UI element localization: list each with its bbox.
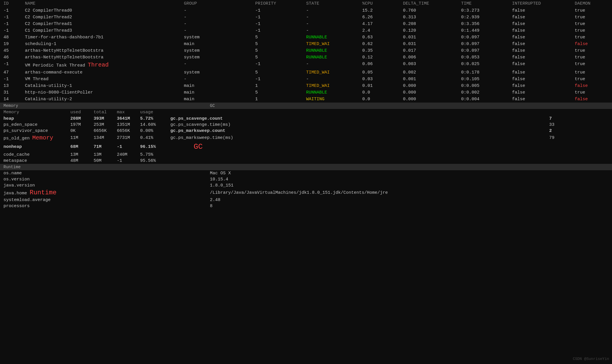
thread-priority: -1 xyxy=(252,14,303,21)
gc-name-cell: gc.ps_marksweep.count xyxy=(167,128,546,134)
memory-name: metaspace xyxy=(3,158,27,163)
thread-id: -1 xyxy=(0,21,22,27)
watermark: CSDN @SunriseYin xyxy=(573,357,609,361)
thread-id: 14 xyxy=(0,96,22,103)
gc-val-cell: 79 xyxy=(546,134,612,142)
gc-spacer-cell xyxy=(160,142,167,152)
memory-gc-header: Memory used total max usage xyxy=(0,109,612,116)
mem-col-memory: Memory xyxy=(0,109,67,116)
memory-gc-row: metaspace 48M 50M -1 95.56% xyxy=(0,158,612,164)
thread-interrupted: false xyxy=(508,34,571,41)
runtime-key: os.version xyxy=(0,176,206,182)
thread-time: 0:0.097 xyxy=(458,47,508,54)
memory-section-label: Memory xyxy=(0,103,206,109)
thread-cpu: 0.12 xyxy=(359,54,399,61)
thread-state: RUNNABLE xyxy=(303,34,359,41)
gc-value: 2 xyxy=(549,128,552,133)
thread-daemon: true xyxy=(571,54,612,61)
thread-cpu: 0.0 xyxy=(359,89,399,96)
thread-priority: 5 xyxy=(252,69,303,76)
thread-cpu: 6.26 xyxy=(359,14,399,21)
gc-spacer-cell xyxy=(160,152,167,158)
thread-daemon: true xyxy=(571,7,612,14)
memory-name: ps_eden_space xyxy=(3,122,38,127)
thread-name: scheduling-1 xyxy=(22,41,181,47)
thread-time: 0:0.097 xyxy=(458,41,508,47)
thread-name: C2 CompilerThread1 xyxy=(22,21,181,27)
thread-group: - xyxy=(181,61,252,69)
thread-name: arthas-command-execute xyxy=(22,69,181,76)
thread-group: - xyxy=(181,27,252,34)
thread-row: 31 http-nio-8080-ClientPoller main 5 RUN… xyxy=(0,89,612,96)
thread-time: 0:2.939 xyxy=(458,14,508,21)
runtime-value: /Library/Java/JavaVirtualMachines/jdk1.8… xyxy=(206,189,612,197)
thread-interrupted: false xyxy=(508,27,571,34)
mem-max-cell: 240M xyxy=(113,152,137,158)
thread-state: - xyxy=(303,27,359,34)
thread-time: 0:3.273 xyxy=(458,7,508,14)
thread-state: WAITING xyxy=(303,96,359,103)
mem-max-cell: 3641M xyxy=(113,116,137,122)
thread-time: 0:0.002 xyxy=(458,89,508,96)
runtime-row: systemload.average 2.48 xyxy=(0,197,612,203)
thread-priority: 1 xyxy=(252,96,303,103)
mem-total-cell: 6656K xyxy=(90,128,113,134)
runtime-value: 10.15.4 xyxy=(206,176,612,182)
thread-delta: 0.120 xyxy=(399,27,458,34)
runtime-value: 8 xyxy=(206,203,612,209)
runtime-value: 1.8.0_151 xyxy=(206,182,612,189)
gc-val-cell: 2 xyxy=(546,128,612,134)
thread-state: - xyxy=(303,7,359,14)
col-header-group: GROUP xyxy=(181,0,252,7)
runtime-section-label: Runtime xyxy=(0,164,612,170)
mem-used-cell: 13M xyxy=(67,152,90,158)
thread-id: 45 xyxy=(0,47,22,54)
thread-state: TIMED_WAI xyxy=(303,83,359,89)
thread-id: -1 xyxy=(0,14,22,21)
thread-id: 47 xyxy=(0,69,22,76)
thread-interrupted: false xyxy=(508,41,571,47)
thread-daemon: true xyxy=(571,69,612,76)
thread-interrupted: false xyxy=(508,96,571,103)
gc-spacer-cell xyxy=(160,134,167,142)
memory-gc-section: Memory GC xyxy=(0,103,612,109)
thread-interrupted: false xyxy=(508,61,571,69)
thread-interrupted: false xyxy=(508,54,571,61)
gc-name-cell: gc.ps_marksweep.time(ms) xyxy=(167,134,546,142)
mem-max-cell: 1351M xyxy=(113,122,137,128)
memory-gc-row: ps_survivor_space 0K 6656K 6656K 0.00% g… xyxy=(0,128,612,134)
thread-time: 0:0.097 xyxy=(458,34,508,41)
thread-table: ID NAME GROUP PRIORITY STATE %CPU DELTA_… xyxy=(0,0,612,103)
gc-spacer-cell xyxy=(160,116,167,122)
thread-row: -1 C2 CompilerThread0 - -1 - 15.2 0.760 … xyxy=(0,7,612,14)
mem-used-cell: 208M xyxy=(67,116,90,122)
thread-cpu: 0.35 xyxy=(359,47,399,54)
thread-daemon: true xyxy=(571,61,612,69)
thread-daemon: true xyxy=(571,27,612,34)
mem-used-cell: 68M xyxy=(67,142,90,152)
thread-row: 19 scheduling-1 main 5 TIMED_WAI 0.62 0.… xyxy=(0,41,612,47)
thread-time: 0:1.449 xyxy=(458,27,508,34)
mem-total-cell: 50M xyxy=(90,158,113,164)
thread-daemon: true xyxy=(571,21,612,27)
thread-id: 31 xyxy=(0,89,22,96)
thread-priority: -1 xyxy=(252,27,303,34)
thread-daemon: false xyxy=(571,41,612,47)
gc-val-cell: 7 xyxy=(546,116,612,122)
thread-header-row: ID NAME GROUP PRIORITY STATE %CPU DELTA_… xyxy=(0,0,612,7)
thread-name: VM Periodic Task Thread Thread xyxy=(22,61,181,69)
mem-usage-cell: 5.72% xyxy=(137,116,160,122)
thread-cpu: 15.2 xyxy=(359,7,399,14)
mem-usage-cell: 95.56% xyxy=(137,158,160,164)
thread-delta: 0.031 xyxy=(399,34,458,41)
gc-name: gc.ps_marksweep.count xyxy=(170,128,225,133)
thread-state: RUNNABLE xyxy=(303,47,359,54)
mem-max-cell: -1 xyxy=(113,158,137,164)
thread-interrupted: false xyxy=(508,47,571,54)
thread-row: 14 Catalina-utility-2 main 1 WAITING 0.0… xyxy=(0,96,612,103)
thread-name: VM Thread xyxy=(22,76,181,83)
thread-name: C2 CompilerThread2 xyxy=(22,14,181,21)
thread-daemon: true xyxy=(571,47,612,54)
thread-priority: 5 xyxy=(252,34,303,41)
thread-delta: 0.760 xyxy=(399,7,458,14)
